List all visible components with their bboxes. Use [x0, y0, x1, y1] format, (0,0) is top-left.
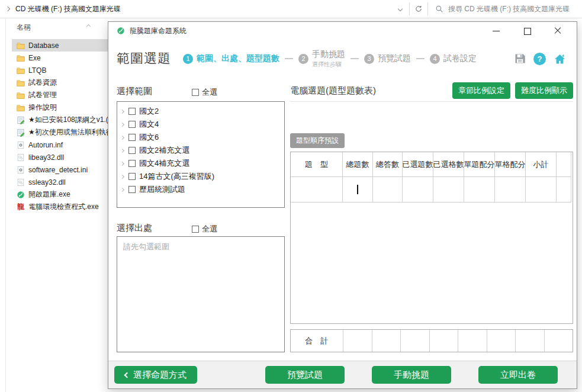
help-icon[interactable]: ? [533, 53, 546, 65]
table-cell[interactable] [403, 177, 433, 203]
file-row[interactable]: 試卷管理 [12, 89, 108, 101]
file-row[interactable]: 操作說明 [12, 101, 108, 114]
total-cell [400, 330, 429, 352]
table-cell[interactable] [495, 177, 526, 203]
tree-item[interactable]: 歷屆統測試題 [117, 183, 284, 196]
refresh-icon [414, 5, 423, 13]
question-order-badge[interactable]: 題型順序預設 [290, 133, 345, 148]
expand-icon[interactable] [120, 109, 124, 113]
explorer-toolbar: CD 光碟機 (F:) 技高國文題庫光碟 [0, 0, 582, 18]
file-row[interactable]: software_detect.ini [12, 163, 108, 176]
manual-pick-button[interactable]: 手動挑題 [372, 366, 451, 384]
tree-item[interactable]: 國文4補充文選 [117, 157, 284, 170]
table-header-row: 題 型 總題數 總答數 已選題數 已選格數 單題配分 單格配分 小計 [291, 152, 573, 177]
folder-icon [17, 54, 25, 62]
table-cell[interactable] [291, 177, 343, 203]
computer-select-title: 電腦選題(題型題數表) [290, 85, 376, 97]
expand-icon[interactable] [120, 122, 124, 126]
tree-item[interactable]: 國文6 [117, 131, 284, 144]
dll-file-icon [17, 178, 25, 187]
folder-icon [17, 91, 25, 99]
difficulty-ratio-button[interactable]: 難度比例顯示 [515, 82, 573, 99]
search-box[interactable] [428, 0, 582, 18]
total-cell [515, 330, 544, 352]
folder-icon [17, 66, 25, 75]
table-cell[interactable] [433, 177, 464, 203]
file-row[interactable]: Autorun.inf [12, 139, 108, 151]
table-cell[interactable] [343, 177, 373, 203]
table-cell[interactable] [373, 177, 403, 203]
step-4-settings[interactable]: 4 試卷設定 [430, 53, 477, 64]
home-icon[interactable] [554, 53, 566, 65]
range-tree[interactable]: 國文2 國文4 國文6 國文2補充文選 國文4補充文選 14篇古文(高三複習版)… [117, 101, 285, 208]
table-cell[interactable] [526, 177, 557, 203]
range-select-all[interactable]: 全選 [192, 87, 217, 98]
tree-item[interactable]: 國文2補充文選 [117, 144, 284, 157]
checkbox-icon[interactable] [128, 121, 136, 128]
expand-icon[interactable] [120, 161, 124, 165]
checkbox-icon[interactable] [192, 226, 199, 233]
table-cell[interactable] [557, 177, 571, 203]
file-row[interactable]: Database [12, 39, 108, 52]
file-row[interactable]: 試卷資源 [12, 76, 108, 89]
sort-ascending-icon [86, 24, 91, 28]
close-button[interactable] [554, 27, 561, 34]
step-connector [351, 58, 359, 59]
file-row[interactable]: LTQB [12, 64, 108, 76]
file-row[interactable]: ssleay32.dll [12, 176, 108, 188]
checkbox-icon[interactable] [128, 147, 136, 154]
tree-item[interactable]: 國文2 [117, 105, 284, 118]
window-title: 龍騰題庫命題系統 [130, 26, 187, 36]
question-type-table: 題 型 總題數 總答數 已選題數 已選格數 單題配分 單格配分 小計 [290, 152, 573, 324]
expand-icon[interactable] [120, 135, 124, 139]
file-row[interactable]: ★如已安裝108課綱之v1.( [12, 114, 108, 126]
address-bar[interactable]: CD 光碟機 (F:) 技高國文題庫光碟 [0, 0, 391, 18]
step-connector [285, 58, 293, 59]
page-title: 範圍選題 [117, 50, 171, 68]
column-header: 單題配分 [464, 152, 495, 177]
expand-icon[interactable] [120, 187, 124, 191]
source-select-all[interactable]: 全選 [192, 224, 217, 234]
expand-icon[interactable] [120, 174, 124, 178]
minimize-button[interactable] [493, 27, 500, 34]
address-dropdown-button[interactable] [391, 0, 409, 18]
checkbox-icon[interactable] [128, 173, 136, 180]
chapter-ratio-button[interactable]: 章節比例設定 [452, 82, 510, 99]
step-3-preview[interactable]: 3 預覽試題 [364, 53, 411, 64]
file-row[interactable]: 龍電腦環境檢查程式.exe [12, 201, 108, 213]
range-section-header: 選擇範圍 全選 [117, 86, 285, 97]
checkbox-icon[interactable] [128, 186, 136, 193]
source-placeholder: 請先勾選範圍 [117, 237, 284, 257]
checkbox-icon[interactable] [192, 89, 199, 96]
tree-item[interactable]: 14篇古文(高三複習版) [117, 170, 284, 183]
file-row[interactable]: libeay32.dll [12, 151, 108, 163]
checkbox-icon[interactable] [128, 108, 136, 115]
save-icon[interactable] [514, 53, 526, 65]
file-row[interactable]: ★初次使用或無法順利執行 [12, 126, 108, 139]
step-2-manual[interactable]: 2 手動挑題 選擇性步驟 [298, 49, 345, 69]
source-list[interactable]: 請先勾選範圍 [117, 236, 285, 352]
generate-exam-button[interactable]: 立即出卷 [478, 366, 558, 384]
search-input[interactable] [448, 5, 582, 13]
notepad-icon [17, 116, 25, 124]
config-file-icon [17, 166, 25, 174]
checkbox-icon[interactable] [128, 134, 136, 141]
back-button[interactable]: 選擇命題方式 [114, 366, 197, 384]
name-column-header[interactable]: 名稱 [17, 23, 31, 33]
wizard-steps: 1 範圍、出處、題型題數 2 手動挑題 選擇性步驟 3 預覽試題 4 試卷設定 [183, 49, 477, 69]
app-window: 龍騰題庫命題系統 範圍選題 1 範圍、出處、題型題數 2 手動挑題 選擇性步驟 [108, 21, 577, 389]
table-cell[interactable] [464, 177, 495, 203]
step-1-range[interactable]: 1 範圍、出處、題型題數 [183, 53, 279, 64]
folder-icon [17, 104, 25, 112]
refresh-button[interactable] [410, 0, 427, 18]
maximize-button[interactable] [523, 27, 530, 34]
preview-questions-button[interactable]: 預覽試題 [265, 366, 345, 384]
file-row[interactable]: Exe [12, 52, 108, 64]
expand-icon[interactable] [120, 148, 124, 152]
dragon-app-icon: 龍 [17, 202, 25, 212]
config-file-icon [17, 141, 25, 149]
checkbox-icon[interactable] [128, 160, 136, 167]
tree-item[interactable]: 國文4 [117, 118, 284, 131]
footer-bar: 選擇命題方式 預覽試題 手動挑題 立即出卷 [108, 361, 577, 388]
file-row[interactable]: 開啟題庫.exe [12, 188, 108, 201]
